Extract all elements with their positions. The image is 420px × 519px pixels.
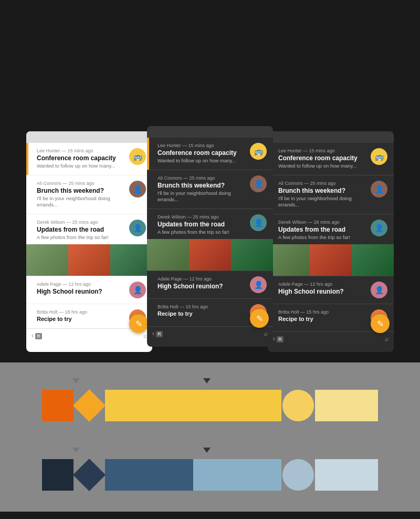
dp2-message-2[interactable]: Ali Connors — 25 mins ago Brunch this we… [268, 175, 394, 214]
dp2-preview-2: I'll be in your neighborhood doing erran… [278, 195, 366, 209]
dp2-title-5: Recipe to try [278, 316, 366, 323]
dp2-photo-2 [310, 244, 352, 276]
dm1-title-1: Conference room capacity [158, 149, 246, 157]
cool-tri-2 [203, 448, 211, 453]
dm1-title-2: Brunch this weekend? [158, 182, 246, 189]
dp2-avatar-2: 👤 [371, 181, 387, 198]
message-item-3[interactable]: Derek Wilson — 25 mins ago Updates from … [26, 214, 152, 276]
dp2-title-3: Updates from the road [278, 226, 366, 233]
dp2-message-1[interactable]: Lee Hunter — 15 mins ago Conference room… [268, 143, 394, 175]
dp2-content-1: Lee Hunter — 15 mins ago Conference room… [274, 148, 366, 170]
cool-diamond-wrap [74, 459, 105, 491]
msg-title-5: Recipe to try [37, 316, 125, 323]
phone-dark-middle: Lee Hunter — 15 mins ago Conference room… [147, 126, 273, 347]
dm1-photo-3 [231, 239, 273, 271]
fab-compose[interactable]: ✎ [129, 314, 148, 333]
phone-light: Lee Hunter — 15 mins ago Conference room… [26, 131, 152, 352]
dm1-content-1: Lee Hunter — 15 mins ago Conference room… [153, 143, 246, 164]
cool-tri-1 [72, 448, 80, 453]
dm1-message-3[interactable]: Derek Wilson — 25 mins ago Updates from … [147, 209, 273, 271]
warm-palette [42, 378, 378, 421]
warm-swatch-diamond [73, 389, 106, 422]
dp2-fab[interactable]: ✎ [371, 314, 390, 333]
msg-meta-4: Adele Page — 12 hrs ago [37, 282, 125, 287]
dp2-content-5: Britta Holt — 15 hrs ago Recipe to try [274, 309, 366, 324]
cool-triangles [42, 448, 378, 455]
warm-swatch-pale [315, 390, 378, 421]
dm1-meta-3: Derek Wilson — 25 mins ago [158, 214, 246, 220]
dp2-message-4[interactable]: Adele Page — 12 hrs ago High School reun… [268, 276, 394, 304]
back-nav-icon[interactable]: ‹ R [32, 332, 42, 339]
dp2-preview-3: A few photos from the trip so far! [278, 234, 366, 241]
dp2-content-4: Adele Page — 12 hrs ago High School reun… [274, 282, 366, 296]
phone-topbar-dark1 [147, 126, 273, 138]
dp2-photo-3 [352, 244, 394, 276]
dm1-indicator-1 [147, 138, 149, 170]
dp2-meta-1: Lee Hunter — 15 mins ago [278, 148, 366, 153]
cool-swatch-pale [315, 459, 378, 491]
dp2-compose-icon: ✎ [377, 319, 384, 329]
dm1-content-5: Britta Holt — 15 hrs ago Recipe to try [153, 304, 246, 318]
dm1-meta-1: Lee Hunter — 15 mins ago [158, 143, 246, 148]
dp2-bottombar: ‹ R ⌕ [268, 331, 394, 346]
cool-swatch-bar-1 [105, 459, 193, 491]
dm1-message-1[interactable]: Lee Hunter — 15 mins ago Conference room… [147, 138, 273, 170]
message-content-3: Derek Wilson — 25 mins ago Updates from … [33, 220, 125, 241]
dm1-title-5: Recipe to try [158, 310, 246, 317]
dm1-content-3: Derek Wilson — 25 mins ago Updates from … [153, 214, 246, 236]
dm1-avatar-1: 🚌 [250, 143, 267, 160]
msg-title-4: High School reunion? [37, 288, 125, 295]
photo-1 [26, 244, 68, 276]
dp2-meta-2: Ali Connors — 25 mins ago [278, 181, 366, 186]
search-nav-icon[interactable]: ⌕ [143, 332, 147, 339]
warm-swatch-bar [105, 390, 281, 421]
unread-indicator [26, 143, 28, 175]
msg-title-3: Updates from the road [37, 226, 125, 233]
dp2-search-icon[interactable]: ⌕ [385, 335, 388, 342]
dm1-content-2: Ali Connors — 25 mins ago Brunch this we… [153, 175, 246, 203]
dp2-back-icon[interactable]: ‹ R [273, 335, 284, 342]
msg-preview-1: Wanted to follow up on how many... [37, 163, 125, 169]
warm-swatch-circle [282, 390, 314, 421]
message-content-2: Ali Connors — 25 mins ago Brunch this we… [33, 181, 125, 209]
dp2-meta-4: Adele Page — 12 hrs ago [278, 282, 366, 287]
dm1-message-2[interactable]: Ali Connors — 25 mins ago Brunch this we… [147, 170, 273, 209]
dp2-preview-1: Wanted to follow up on how many... [278, 163, 366, 169]
dm1-content-4: Adele Page — 12 hrs ago High School reun… [153, 276, 246, 291]
dp2-title-4: High School reunion? [278, 288, 366, 295]
phones-showcase: Lee Hunter — 15 mins ago Conference room… [0, 126, 420, 362]
dp2-photos [268, 244, 394, 276]
message-item-4[interactable]: Adele Page — 12 hrs ago High School reun… [26, 276, 152, 304]
dp2-content-2: Ali Connors — 25 mins ago Brunch this we… [274, 181, 366, 209]
dm1-preview-1: Wanted to follow up on how many... [158, 158, 246, 164]
dp2-message-3[interactable]: Derek Wilson — 26 mins ago Updates from … [268, 214, 394, 276]
compose-icon: ✎ [135, 319, 142, 329]
dp2-photo-1 [268, 244, 310, 276]
warm-tri-2 [203, 378, 211, 383]
message-content-5: Britta Holt — 18 hrs ago Recipe to try [33, 309, 125, 324]
phone-topbar-dark2 [268, 131, 394, 143]
msg-meta-3: Derek Wilson — 25 mins ago [37, 220, 125, 225]
dm1-compose-icon: ✎ [256, 314, 263, 324]
dp2-meta-3: Derek Wilson — 26 mins ago [278, 220, 366, 225]
cool-swatch-bar-2 [193, 459, 281, 491]
photo-3 [110, 244, 152, 276]
dm1-message-4[interactable]: Adele Page — 12 hrs ago High School reun… [147, 271, 273, 299]
avatar-derek: 👤 [129, 220, 146, 236]
msg-meta-1: Lee Hunter — 15 mins ago [37, 148, 125, 153]
warm-triangles [42, 378, 378, 386]
message-item-1[interactable]: Lee Hunter — 15 mins ago Conference room… [26, 143, 152, 175]
dm1-photos [147, 239, 273, 271]
warm-swatch-orange [42, 390, 74, 421]
dm1-avatar-2: 👤 [250, 175, 267, 192]
dp2-title-1: Conference room capacity [278, 154, 366, 162]
dm1-bottombar: ‹ R ⌕ [147, 326, 273, 341]
message-item-2[interactable]: Ali Connors — 25 mins ago Brunch this we… [26, 175, 152, 214]
phone-topbar-light [26, 131, 152, 143]
dm1-back-icon[interactable]: ‹ R [152, 330, 163, 337]
dm1-photo-1 [147, 239, 189, 271]
dm1-fab[interactable]: ✎ [250, 309, 269, 328]
dm1-search-icon[interactable]: ⌕ [264, 330, 268, 337]
msg-meta-5: Britta Holt — 18 hrs ago [37, 309, 125, 315]
photos-strip [26, 244, 152, 276]
